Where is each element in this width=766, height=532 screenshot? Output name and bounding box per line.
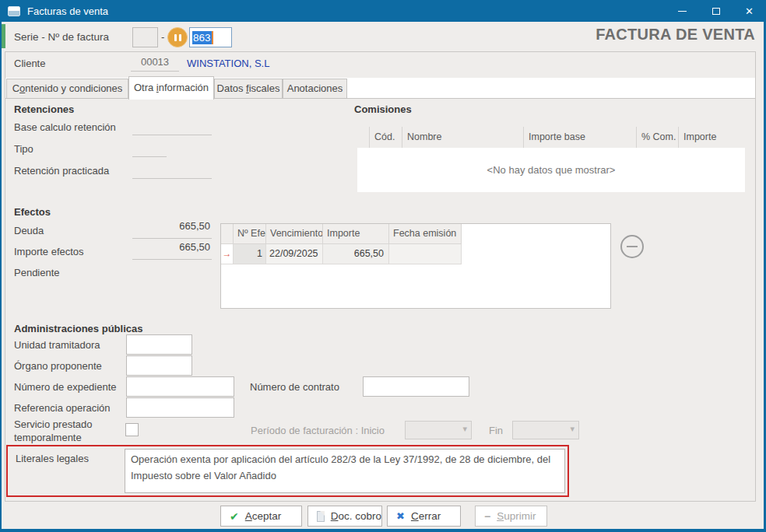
efectos-table-row[interactable]: → 1 22/09/2025 665,50 (221, 244, 610, 264)
button-label: Cerrar (411, 510, 441, 522)
label-part: oc. cobro (338, 510, 381, 522)
label-part: uprimir (504, 510, 536, 522)
comisiones-indicator-col (357, 127, 370, 148)
comisiones-col-importe[interactable]: Importe (679, 127, 745, 148)
aceptar-button[interactable]: ✔ Aceptar (220, 506, 302, 527)
button-label: Aceptar (245, 510, 282, 522)
label-part: S (497, 510, 504, 522)
cliente-name-link[interactable]: WINSTATION, S.L (187, 58, 269, 69)
minimize-icon (678, 11, 687, 12)
window-border-bottom (0, 529, 766, 532)
efectos-cell-vencimiento[interactable]: 22/09/2025 (266, 244, 323, 264)
deuda-field: 665,50 (132, 220, 212, 239)
document-icon (317, 511, 325, 522)
maximize-icon (712, 8, 720, 15)
referencia-operacion-input[interactable] (126, 397, 234, 418)
comisiones-col-cod[interactable]: Cód. (370, 127, 402, 148)
efectos-indicator-col (221, 224, 234, 244)
row-arrow-icon: → (221, 244, 233, 264)
row-indicator-cell: → (221, 244, 234, 264)
fin-label: Fin (489, 425, 503, 436)
base-retencion-field[interactable] (132, 117, 212, 135)
efectos-cell-importe[interactable]: 665,50 (323, 244, 389, 264)
pause-button[interactable] (167, 27, 188, 47)
efectos-col-fecha-emision[interactable]: Fecha emisión (389, 224, 462, 244)
organo-proponente-label: Órgano proponente (14, 360, 102, 372)
unidad-tramitadora-input[interactable] (126, 334, 192, 355)
comisiones-empty-state: <No hay datos que mostrar> (357, 148, 745, 192)
tab-datos-fiscales[interactable]: Datos fiscales (214, 79, 283, 99)
tab-label-part: Datos (217, 82, 247, 94)
cliente-label: Cliente (14, 58, 45, 69)
comisiones-col-nombre[interactable]: Nombre (402, 127, 524, 148)
button-label: Doc. cobro (331, 510, 381, 522)
tab-label-part: C (12, 82, 19, 94)
check-icon: ✔ (230, 510, 239, 523)
invoice-number-input[interactable]: 863 (189, 27, 232, 47)
importe-efectos-label: Importe efectos (14, 246, 84, 257)
numero-expediente-input[interactable] (126, 376, 234, 397)
deuda-label: Deuda (14, 225, 44, 236)
label-part: D (331, 510, 339, 522)
form-title: FACTURA DE VENTA (596, 26, 755, 44)
minimize-button[interactable] (666, 0, 699, 22)
tab-otra-informacion[interactable]: Otra información (128, 76, 214, 100)
numero-contrato-label: Número de contrato (250, 381, 339, 393)
efectos-title: Efectos (14, 206, 51, 218)
serie-input[interactable] (132, 27, 158, 47)
comisiones-header-row: Cód. Nombre Importe base % Com. Importe (357, 127, 745, 148)
titlebar: Facturas de venta ✕ (0, 0, 766, 22)
base-retencion-label: Base calculo retención (14, 121, 116, 133)
cerrar-button[interactable]: ✖ Cerrar (387, 506, 461, 527)
doc-cobro-button[interactable]: Doc. cobro (307, 506, 382, 527)
efectos-header-row: Nº Efecto Vencimiento Importe Fecha emis… (221, 224, 610, 244)
retencion-practicada-field[interactable] (132, 160, 212, 179)
periodo-inicio-dropdown[interactable]: ▾ (405, 421, 472, 439)
window-border-left (0, 22, 2, 532)
tab-label-part: Otra (134, 82, 156, 93)
efectos-col-num[interactable]: Nº Efecto (234, 224, 266, 244)
servicio-prestado-checkbox[interactable] (125, 423, 139, 436)
text-caret (212, 31, 213, 44)
referencia-operacion-label: Referencia operación (14, 402, 111, 414)
close-button[interactable]: ✕ (733, 0, 766, 22)
label-part: C (411, 510, 419, 522)
comisiones-title: Comisiones (354, 103, 412, 115)
efectos-col-importe[interactable]: Importe (323, 224, 389, 244)
efectos-cell-fecha[interactable] (389, 244, 462, 264)
comisiones-col-importe-base[interactable]: Importe base (524, 127, 637, 148)
tipo-field[interactable] (132, 138, 167, 157)
literales-legales-textarea[interactable]: Operación exenta por aplicación del artí… (125, 449, 565, 493)
close-icon: ✕ (745, 6, 754, 16)
efectos-cell-num[interactable]: 1 (234, 244, 266, 264)
cliente-code-field[interactable]: 00013 (131, 53, 179, 72)
pause-icon (179, 34, 181, 41)
tab-label-part: iscales (249, 82, 280, 94)
serie-dash: - (161, 31, 164, 43)
facturas-de-venta-window: Facturas de venta ✕ Serie - Nº de factur… (0, 0, 766, 532)
label-part: ceptar (252, 510, 282, 522)
tab-contenido-y-condiciones[interactable]: Contenido y condiciones (6, 79, 128, 99)
organo-proponente-input[interactable] (126, 355, 192, 376)
label-part: A (245, 510, 252, 522)
administraciones-title: Administraciones públicas (14, 323, 142, 334)
comisiones-table: Cód. Nombre Importe base % Com. Importe … (357, 127, 745, 192)
numero-contrato-input[interactable] (363, 376, 469, 397)
comisiones-col-pct[interactable]: % Com. (637, 127, 679, 148)
periodo-fin-dropdown[interactable]: ▾ (512, 421, 579, 439)
tab-label-part: ntenido y condiciones (25, 82, 122, 94)
tab-label-part: Anotaciones (287, 82, 343, 94)
unidad-tramitadora-label: Unidad tramitadora (14, 339, 100, 351)
chevron-down-icon: ▾ (570, 424, 574, 434)
maximize-button[interactable] (699, 0, 733, 22)
efectos-col-vencimiento[interactable]: Vencimiento (266, 224, 323, 244)
retenciones-title: Retenciones (14, 103, 74, 115)
importe-efectos-field: 665,50 (132, 241, 212, 260)
x-icon: ✖ (396, 510, 405, 522)
tab-anotaciones[interactable]: Anotaciones (283, 79, 347, 99)
app-icon (8, 6, 20, 16)
servicio-prestado-label-line1: Servicio prestado (14, 418, 92, 430)
remove-effect-button[interactable] (620, 235, 644, 258)
suprimir-button[interactable]: − Suprimir (475, 506, 547, 527)
tab-label-part: nformación (159, 82, 209, 93)
